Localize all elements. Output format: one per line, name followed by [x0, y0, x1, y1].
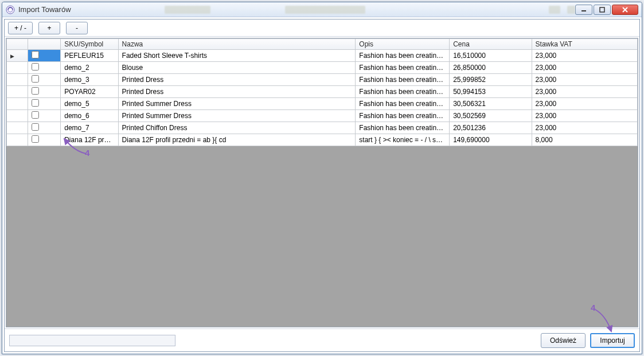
col-header-desc[interactable]: Opis — [356, 39, 450, 50]
close-button[interactable] — [612, 5, 638, 15]
col-header-vat[interactable]: Stawka VAT — [532, 39, 637, 50]
cell-name[interactable]: Blouse — [118, 62, 356, 74]
row-select-cell[interactable] — [28, 62, 60, 74]
toggle-select-all-button[interactable]: + / - — [8, 22, 33, 34]
row-select-checkbox[interactable] — [32, 51, 39, 58]
cell-sku[interactable]: demo_6 — [61, 110, 118, 122]
row-select-cell[interactable] — [28, 98, 60, 110]
cell-vat[interactable]: 23,000 — [532, 110, 637, 122]
cell-desc[interactable]: Fashion has been creating wel... — [356, 86, 450, 98]
col-header-name[interactable]: Nazwa — [118, 39, 356, 50]
cell-sku[interactable]: POYAR02 — [61, 86, 118, 98]
row-marker[interactable] — [7, 98, 28, 110]
row-select-cell[interactable] — [28, 74, 60, 86]
minimize-button[interactable] — [575, 5, 592, 15]
table-row[interactable]: POYAR02Printed DressFashion has been cre… — [7, 86, 638, 98]
toolbar: + / - + - — [5, 19, 639, 37]
blur-region — [567, 6, 575, 14]
cell-desc[interactable]: start } { >< koniec = - / \ sds ... — [356, 134, 450, 146]
cell-desc[interactable]: Fashion has been creating wel... — [356, 98, 450, 110]
table-row[interactable]: demo_6Printed Summer DressFashion has be… — [7, 110, 638, 122]
col-header-rowmarker[interactable] — [7, 39, 28, 50]
cell-price[interactable]: 20,501236 — [450, 122, 532, 134]
cell-price[interactable]: 25,999852 — [450, 74, 532, 86]
client-area: + / - + - SKU/Symbol Nazwa Opis Cena — [4, 19, 640, 352]
cell-vat[interactable]: 8,000 — [532, 134, 637, 146]
table-row[interactable]: Diana 12F profil ...Diana 12F profil prz… — [7, 134, 638, 146]
cell-sku[interactable]: demo_5 — [61, 98, 118, 110]
row-select-cell[interactable] — [28, 134, 60, 146]
cell-vat[interactable]: 23,000 — [532, 74, 637, 86]
cell-name[interactable]: Printed Summer Dress — [118, 98, 356, 110]
window-title: Import Towarów — [18, 5, 144, 14]
cell-name[interactable]: Printed Dress — [118, 86, 356, 98]
deselect-all-button[interactable]: - — [66, 22, 88, 34]
cell-price[interactable]: 30,506321 — [450, 98, 532, 110]
cell-sku[interactable]: demo_7 — [61, 122, 118, 134]
row-marker[interactable] — [7, 86, 28, 98]
cell-name[interactable]: Printed Dress — [118, 74, 356, 86]
row-select-checkbox[interactable] — [32, 87, 39, 95]
titlebar: Import Towarów — [2, 2, 642, 17]
row-marker[interactable] — [7, 122, 28, 134]
grid-container: SKU/Symbol Nazwa Opis Cena Stawka VAT PE… — [6, 38, 638, 327]
table-row[interactable]: demo_3Printed DressFashion has been crea… — [7, 74, 638, 86]
cell-name[interactable]: Faded Short Sleeve T-shirts — [118, 50, 356, 62]
cell-price[interactable]: 26,850000 — [450, 62, 532, 74]
row-marker[interactable] — [7, 50, 28, 62]
cell-vat[interactable]: 23,000 — [532, 98, 637, 110]
row-select-checkbox[interactable] — [32, 75, 39, 83]
bottom-bar: Odśwież Importuj — [5, 328, 639, 351]
table-row[interactable]: demo_2BlouseFashion has been creating we… — [7, 62, 638, 74]
table-row[interactable]: demo_7Printed Chiffon DressFashion has b… — [7, 122, 638, 134]
cell-vat[interactable]: 23,000 — [532, 86, 637, 98]
cell-sku[interactable]: Diana 12F profil ... — [61, 134, 118, 146]
table-row[interactable]: PEFLEUR15Faded Short Sleeve T-shirtsFash… — [7, 50, 638, 62]
svg-rect-2 — [600, 7, 604, 12]
row-marker[interactable] — [7, 74, 28, 86]
cell-desc[interactable]: Fashion has been creating wel... — [356, 122, 450, 134]
cell-desc[interactable]: Fashion has been creating wel... — [356, 110, 450, 122]
row-select-checkbox[interactable] — [32, 99, 39, 107]
window-controls — [575, 5, 638, 15]
maximize-button[interactable] — [594, 5, 611, 15]
cell-desc[interactable]: Fashion has been creating wel... — [356, 62, 450, 74]
col-header-select[interactable] — [28, 39, 60, 50]
cell-desc[interactable]: Fashion has been creating wel... — [356, 50, 450, 62]
row-marker[interactable] — [7, 110, 28, 122]
refresh-button[interactable]: Odśwież — [541, 333, 586, 348]
cell-name[interactable]: Printed Summer Dress — [118, 110, 356, 122]
blur-region — [285, 6, 365, 14]
cell-sku[interactable]: demo_3 — [61, 74, 118, 86]
row-marker[interactable] — [7, 134, 28, 146]
table-row[interactable]: demo_5Printed Summer DressFashion has be… — [7, 98, 638, 110]
cell-desc[interactable]: Fashion has been creating wel... — [356, 74, 450, 86]
col-header-sku[interactable]: SKU/Symbol — [61, 39, 118, 50]
row-select-checkbox[interactable] — [32, 123, 39, 131]
progress-bar — [9, 335, 175, 346]
row-select-checkbox[interactable] — [32, 135, 39, 143]
cell-vat[interactable]: 23,000 — [532, 62, 637, 74]
cell-vat[interactable]: 23,000 — [532, 50, 637, 62]
cell-name[interactable]: Printed Chiffon Dress — [118, 122, 356, 134]
row-select-cell[interactable] — [28, 110, 60, 122]
cell-price[interactable]: 149,690000 — [450, 134, 532, 146]
row-marker[interactable] — [7, 62, 28, 74]
select-all-button[interactable]: + — [38, 22, 60, 34]
row-select-cell[interactable] — [28, 86, 60, 98]
col-header-price[interactable]: Cena — [450, 39, 532, 50]
row-select-cell[interactable] — [28, 122, 60, 134]
row-select-cell[interactable] — [28, 50, 60, 62]
cell-name[interactable]: Diana 12F profil przedni = ab }{ cd — [118, 134, 356, 146]
row-select-checkbox[interactable] — [32, 63, 39, 71]
cell-sku[interactable]: demo_2 — [61, 62, 118, 74]
cell-price[interactable]: 16,510000 — [450, 50, 532, 62]
cell-price[interactable]: 30,502569 — [450, 110, 532, 122]
cell-price[interactable]: 50,994153 — [450, 86, 532, 98]
blur-region — [549, 6, 560, 14]
product-grid[interactable]: SKU/Symbol Nazwa Opis Cena Stawka VAT PE… — [6, 38, 638, 146]
cell-vat[interactable]: 23,000 — [532, 122, 637, 134]
cell-sku[interactable]: PEFLEUR15 — [61, 50, 118, 62]
import-button[interactable]: Importuj — [590, 333, 635, 348]
row-select-checkbox[interactable] — [32, 111, 39, 119]
